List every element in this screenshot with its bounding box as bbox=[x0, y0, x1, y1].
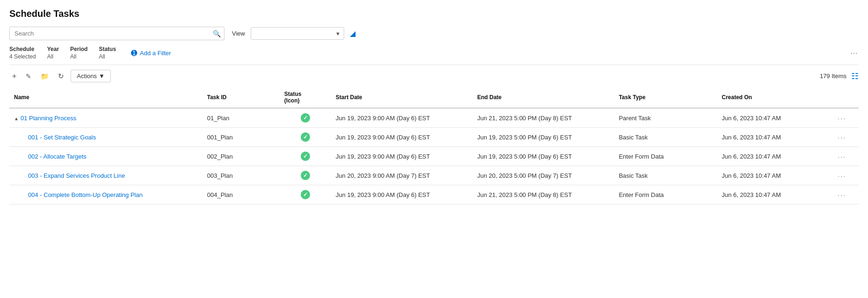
view-select-wrapper: ▼ bbox=[251, 27, 344, 40]
filter-period-label: Period bbox=[70, 46, 87, 52]
task-type-cell: Enter Form Data bbox=[614, 185, 717, 204]
start-date-cell: Jun 20, 2023 9:00 AM (Day 7) EST bbox=[331, 166, 473, 185]
filter-year: Year All bbox=[47, 46, 59, 60]
search-wrapper: 🔍 bbox=[9, 27, 224, 40]
header-row: Name Task ID Status(Icon) Start Date End… bbox=[9, 87, 859, 108]
status-complete-icon: ✓ bbox=[301, 171, 310, 180]
task-type-cell: Basic Task bbox=[614, 128, 717, 147]
task-id-cell: 01_Plan bbox=[203, 108, 280, 128]
task-id-cell: 003_Plan bbox=[203, 166, 280, 185]
status-cell: ✓ bbox=[280, 166, 331, 185]
add-filter-label: Add a Filter bbox=[140, 50, 171, 57]
table-row: 001 - Set Strategic Goals001_Plan✓Jun 19… bbox=[9, 128, 859, 147]
end-date-cell: Jun 21, 2023 5:00 PM (Day 8) EST bbox=[473, 108, 615, 128]
col-header-name: Name bbox=[9, 87, 203, 108]
col-header-enddate: End Date bbox=[473, 87, 615, 108]
task-name-link[interactable]: 01 Planning Process bbox=[21, 115, 76, 122]
view-select[interactable] bbox=[251, 27, 344, 40]
more-options-icon[interactable]: ⋯ bbox=[850, 49, 859, 58]
filter-schedule-label: Schedule bbox=[9, 46, 36, 52]
grid-view-icon[interactable]: ☷ bbox=[851, 71, 859, 81]
tasks-table: Name Task ID Status(Icon) Start Date End… bbox=[9, 87, 859, 204]
task-name-link[interactable]: 004 - Complete Bottom-Up Operating Plan bbox=[28, 191, 143, 198]
filter-icon[interactable]: ◢ bbox=[350, 29, 355, 38]
refresh-button[interactable]: ↻ bbox=[55, 70, 67, 82]
start-date-cell: Jun 19, 2023 9:00 AM (Day 6) EST bbox=[331, 128, 473, 147]
row-more-icon[interactable]: ··· bbox=[838, 133, 846, 141]
filter-year-label: Year bbox=[47, 46, 59, 52]
actions-label: Actions bbox=[77, 73, 97, 80]
task-type-cell: Enter Form Data bbox=[614, 147, 717, 166]
row-actions-cell: ··· bbox=[833, 185, 859, 204]
status-cell: ✓ bbox=[280, 185, 331, 204]
task-id-cell: 001_Plan bbox=[203, 128, 280, 147]
created-on-cell: Jun 6, 2023 10:47 AM bbox=[717, 108, 833, 128]
status-complete-icon: ✓ bbox=[301, 132, 310, 142]
items-count: 179 Items bbox=[820, 73, 846, 80]
table-header: Name Task ID Status(Icon) Start Date End… bbox=[9, 87, 859, 108]
row-more-icon[interactable]: ··· bbox=[838, 153, 846, 160]
col-header-tasktype: Task Type bbox=[614, 87, 717, 108]
search-icon: 🔍 bbox=[213, 30, 221, 37]
top-bar: 🔍 View ▼ ◢ bbox=[9, 27, 859, 40]
table-row: 002 - Allocate Targets002_Plan✓Jun 19, 2… bbox=[9, 147, 859, 166]
actions-button[interactable]: Actions ▼ bbox=[71, 70, 111, 82]
end-date-cell: Jun 19, 2023 5:00 PM (Day 6) EST bbox=[473, 147, 615, 166]
created-on-cell: Jun 6, 2023 10:47 AM bbox=[717, 128, 833, 147]
task-type-cell: Parent Task bbox=[614, 108, 717, 128]
status-complete-icon: ✓ bbox=[301, 152, 310, 161]
row-actions-cell: ··· bbox=[833, 108, 859, 128]
task-name-link[interactable]: 001 - Set Strategic Goals bbox=[28, 134, 96, 141]
filter-status: Status All bbox=[99, 46, 116, 60]
page-container: Schedule Tasks 🔍 View ▼ ◢ Schedule 4 Sel… bbox=[0, 0, 868, 213]
toolbar: + ✎ 📁 ↻ Actions ▼ 179 Items ☷ bbox=[9, 70, 859, 82]
status-cell: ✓ bbox=[280, 108, 331, 128]
row-actions-cell: ··· bbox=[833, 147, 859, 166]
task-id-cell: 004_Plan bbox=[203, 185, 280, 204]
toolbar-right: 179 Items ☷ bbox=[820, 71, 859, 81]
start-date-cell: Jun 19, 2023 9:00 AM (Day 6) EST bbox=[331, 185, 473, 204]
status-complete-icon: ✓ bbox=[301, 113, 310, 123]
table-body: ▲01 Planning Process01_Plan✓Jun 19, 2023… bbox=[9, 108, 859, 204]
add-filter-button[interactable]: ➊ Add a Filter bbox=[131, 49, 171, 58]
col-header-startdate: Start Date bbox=[331, 87, 473, 108]
folder-button[interactable]: 📁 bbox=[38, 71, 51, 82]
filter-period-value: All bbox=[70, 53, 87, 60]
task-id-cell: 002_Plan bbox=[203, 147, 280, 166]
col-header-rowactions bbox=[833, 87, 859, 108]
task-name-link[interactable]: 003 - Expand Services Product Line bbox=[28, 172, 125, 179]
filter-status-value: All bbox=[99, 53, 116, 60]
filter-period: Period All bbox=[70, 46, 87, 60]
end-date-cell: Jun 21, 2023 5:00 PM (Day 8) EST bbox=[473, 185, 615, 204]
plus-circle-icon: ➊ bbox=[131, 49, 137, 58]
task-name-link[interactable]: 002 - Allocate Targets bbox=[28, 153, 87, 160]
status-cell: ✓ bbox=[280, 147, 331, 166]
add-button[interactable]: + bbox=[9, 70, 19, 82]
table-row: 004 - Complete Bottom-Up Operating Plan0… bbox=[9, 185, 859, 204]
created-on-cell: Jun 6, 2023 10:47 AM bbox=[717, 166, 833, 185]
filter-row: Schedule 4 Selected Year All Period All … bbox=[9, 46, 859, 65]
table-row: ▲01 Planning Process01_Plan✓Jun 19, 2023… bbox=[9, 108, 859, 128]
end-date-cell: Jun 20, 2023 5:00 PM (Day 7) EST bbox=[473, 166, 615, 185]
view-label: View bbox=[232, 30, 245, 37]
row-actions-cell: ··· bbox=[833, 166, 859, 185]
row-more-icon[interactable]: ··· bbox=[838, 172, 846, 180]
task-type-cell: Basic Task bbox=[614, 166, 717, 185]
row-more-icon[interactable]: ··· bbox=[838, 191, 846, 199]
start-date-cell: Jun 19, 2023 9:00 AM (Day 6) EST bbox=[331, 147, 473, 166]
search-input[interactable] bbox=[9, 27, 224, 40]
actions-chevron-icon: ▼ bbox=[99, 73, 105, 80]
created-on-cell: Jun 6, 2023 10:47 AM bbox=[717, 185, 833, 204]
col-header-taskid: Task ID bbox=[203, 87, 280, 108]
page-title: Schedule Tasks bbox=[9, 8, 859, 19]
start-date-cell: Jun 19, 2023 9:00 AM (Day 6) EST bbox=[331, 108, 473, 128]
row-more-icon[interactable]: ··· bbox=[838, 114, 846, 122]
filter-status-label: Status bbox=[99, 46, 116, 52]
expand-collapse-icon[interactable]: ▲ bbox=[14, 116, 19, 121]
edit-button[interactable]: ✎ bbox=[23, 71, 34, 82]
table-row: 003 - Expand Services Product Line003_Pl… bbox=[9, 166, 859, 185]
status-cell: ✓ bbox=[280, 128, 331, 147]
created-on-cell: Jun 6, 2023 10:47 AM bbox=[717, 147, 833, 166]
row-actions-cell: ··· bbox=[833, 128, 859, 147]
filter-year-value: All bbox=[47, 53, 59, 60]
